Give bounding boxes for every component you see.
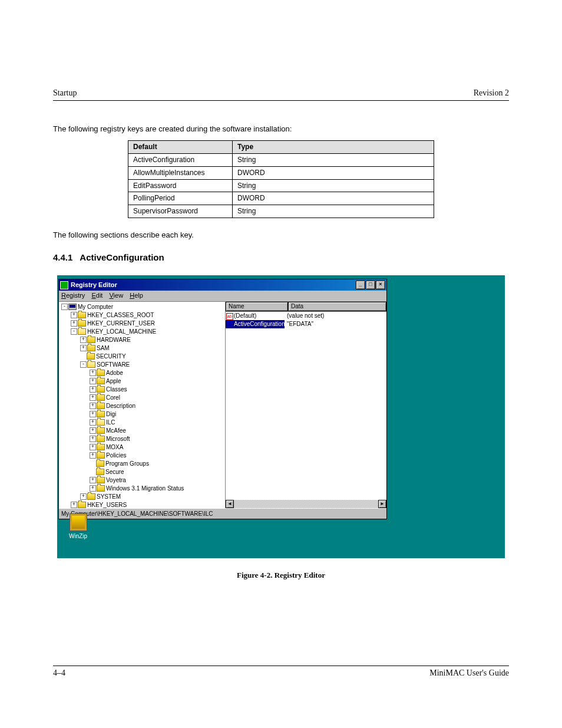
tree-item[interactable]: +Digi (59, 410, 225, 419)
expand-icon[interactable]: + (90, 378, 96, 384)
folder-icon (87, 345, 95, 351)
tree-label: Voyetra (106, 476, 126, 485)
tree-item[interactable]: +ILC (59, 419, 225, 427)
table-cell-type: DWORD (233, 192, 434, 205)
tree-item[interactable]: -SOFTWARE (59, 361, 225, 369)
expand-icon[interactable]: - (61, 304, 68, 310)
list-row[interactable]: ab(Default)(value not set) (226, 312, 386, 320)
tree-item[interactable]: +Voyetra (59, 476, 225, 485)
tree-item[interactable]: +HKEY_USERS (59, 501, 225, 508)
close-button[interactable]: × (376, 281, 385, 289)
expand-icon[interactable]: - (71, 328, 77, 335)
expand-icon[interactable]: + (90, 477, 96, 483)
tree-label: McAfee (106, 427, 126, 435)
tree-item[interactable]: +Windows 3.1 Migration Status (59, 485, 225, 493)
expand-icon[interactable]: + (71, 502, 77, 508)
tree-item[interactable]: +MOXA (59, 443, 225, 452)
tree-item[interactable]: +Apple (59, 377, 225, 386)
expand-icon[interactable]: + (80, 493, 87, 500)
tree-item[interactable]: -HKEY_LOCAL_MACHINE (59, 328, 225, 336)
column-header-name[interactable]: Name (226, 302, 288, 311)
expand-icon[interactable]: + (71, 312, 77, 318)
table-row: SupervisorPasswordString (128, 205, 434, 218)
list-cell-data: (value not set) (285, 312, 386, 320)
table-cell-key: ActiveConfiguration (128, 153, 233, 166)
expand-icon[interactable]: + (90, 452, 96, 459)
tree-item[interactable]: +Classes (59, 386, 225, 394)
folder-icon (97, 452, 105, 459)
expand-icon[interactable]: + (90, 419, 96, 426)
expand-icon[interactable]: + (90, 485, 96, 492)
scroll-track[interactable] (234, 500, 378, 508)
horizontal-scrollbar[interactable]: ◄ ► (226, 500, 386, 508)
tree-item[interactable]: +McAfee (59, 427, 225, 435)
winzip-icon (70, 513, 87, 531)
menu-registry[interactable]: Registry (61, 292, 85, 299)
tree-item[interactable]: +Adobe (59, 369, 225, 377)
binary-value-icon (226, 320, 233, 327)
table-cell-key: AllowMultipleInstances (128, 166, 233, 179)
list-cell-data: "EFDATA" (285, 320, 386, 328)
folder-icon (97, 378, 105, 384)
menu-help[interactable]: Help (130, 292, 143, 299)
expand-icon[interactable]: + (80, 337, 87, 343)
tree-item[interactable]: +SAM (59, 344, 225, 353)
tree-label: HARDWARE (97, 336, 131, 344)
expand-icon[interactable]: + (90, 394, 96, 401)
tree-label: My Computer (78, 303, 113, 311)
expand-icon[interactable]: + (90, 436, 96, 442)
tree-item[interactable]: SECURITY (59, 353, 225, 361)
expand-icon[interactable]: + (90, 370, 96, 376)
expand-icon[interactable]: + (90, 403, 96, 409)
desktop-screenshot: Registry Editor _ □ × Registry Edit View… (57, 275, 505, 558)
tree-pane[interactable]: -My Computer+HKEY_CLASSES_ROOT+HKEY_CURR… (59, 302, 226, 508)
tree-item[interactable]: +Description (59, 402, 225, 410)
expand-icon[interactable]: + (90, 386, 96, 393)
menu-edit[interactable]: Edit (91, 292, 103, 299)
tree-item[interactable]: Program Groups (59, 460, 225, 468)
intro-paragraph: The following registry keys are created … (53, 124, 509, 134)
expand-icon[interactable]: + (90, 411, 96, 417)
table-header-type: Type (233, 141, 434, 154)
tree-label: Program Groups (105, 460, 149, 468)
scroll-right-button[interactable]: ► (378, 500, 386, 508)
maximize-button[interactable]: □ (366, 281, 375, 289)
computer-icon (68, 304, 77, 310)
tree-label: ILC (106, 419, 115, 427)
tree-label: SAM (97, 344, 110, 353)
table-row: EditPasswordString (128, 179, 434, 192)
outro-paragraph: The following sections describe each key… (53, 230, 509, 241)
list-row[interactable]: ActiveConfiguration"EFDATA" (226, 320, 386, 328)
table-cell-key: PollingPeriod (128, 192, 233, 205)
tree-label: SOFTWARE (97, 361, 130, 369)
tree-label: Digi (106, 410, 116, 419)
tree-item[interactable]: +Microsoft (59, 435, 225, 443)
tree-item[interactable]: +SYSTEM (59, 493, 225, 501)
tree-item[interactable]: +HKEY_CURRENT_USER (59, 319, 225, 328)
column-header-data[interactable]: Data (288, 302, 386, 311)
tree-item[interactable]: +Corel (59, 394, 225, 402)
tree-item[interactable]: Secure (59, 468, 225, 476)
minimize-button[interactable]: _ (356, 281, 365, 289)
tree-item[interactable]: +HARDWARE (59, 336, 225, 344)
folder-open-icon (97, 419, 105, 426)
list-pane[interactable]: Name Data ab(Default)(value not set)Acti… (226, 302, 386, 508)
tree-item[interactable]: -My Computer (59, 303, 225, 311)
table-cell-key: SupervisorPassword (128, 205, 233, 218)
tree-item[interactable]: +HKEY_CLASSES_ROOT (59, 311, 225, 319)
folder-icon (97, 427, 105, 434)
tree-item[interactable]: +Policies (59, 452, 225, 460)
scroll-left-button[interactable]: ◄ (226, 500, 234, 508)
expand-icon[interactable]: + (90, 444, 96, 450)
expand-icon[interactable]: + (90, 427, 96, 434)
tree-label: Classes (106, 386, 127, 394)
tree-label: Apple (106, 377, 121, 386)
folder-icon (87, 493, 95, 500)
menu-view[interactable]: View (109, 292, 123, 299)
expand-icon[interactable]: + (71, 320, 77, 327)
expand-icon[interactable]: + (80, 345, 87, 351)
titlebar[interactable]: Registry Editor _ □ × (59, 279, 386, 291)
table-row: PollingPeriodDWORD (128, 192, 434, 205)
expand-icon[interactable]: - (80, 361, 87, 368)
winzip-desktop-icon[interactable]: WinZip (69, 513, 87, 541)
